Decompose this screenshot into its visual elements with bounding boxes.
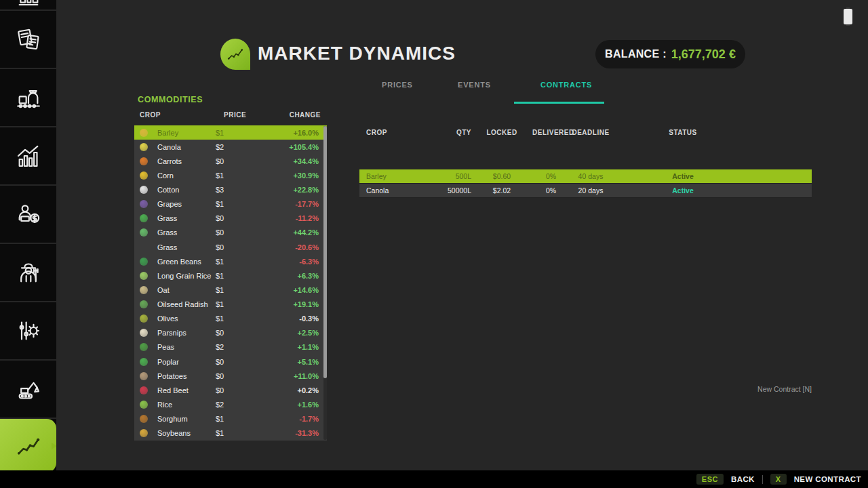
sidebar-item-farmer[interactable] <box>0 244 56 302</box>
tab-prices[interactable]: PRICES <box>382 81 413 89</box>
crop-name: Oilseed Radish <box>157 300 216 308</box>
crop-price: $0 <box>216 329 270 337</box>
commodity-row[interactable]: Carrots$0+34.4% <box>134 154 327 168</box>
crop-change: +5.1% <box>270 358 327 366</box>
crop-name: Soybeans <box>157 429 216 437</box>
crop-price: $0 <box>216 228 270 237</box>
contract-row[interactable]: Canola50000L$2.020%20 daysActive <box>359 184 812 198</box>
crop-price: $1 <box>216 258 270 266</box>
crop-price: $1 <box>216 129 270 137</box>
soybeans-icon <box>140 429 148 437</box>
crop-name: Olives <box>157 314 216 323</box>
tab-events[interactable]: EVENTS <box>458 81 491 89</box>
sidebar-item-production[interactable] <box>0 69 56 127</box>
commodity-row[interactable]: Oilseed Radish$1+19.1% <box>134 298 327 312</box>
crop-name: Long Grain Rice <box>157 272 216 280</box>
crop-name: Rice <box>157 401 216 409</box>
app-logo <box>220 39 250 70</box>
sidebar-item-excavator[interactable] <box>0 361 56 419</box>
crop-change: -1.7% <box>270 415 327 423</box>
column-change: CHANGE <box>290 111 321 119</box>
commodity-row[interactable]: Grass$0-11.2% <box>134 211 327 226</box>
long-grain-rice-icon <box>140 272 148 280</box>
commodity-row[interactable]: Barley$1+16.0% <box>134 125 327 140</box>
new-contract-button[interactable]: NEW CONTRACT <box>794 475 861 483</box>
contract-qty: 500L <box>434 172 471 180</box>
sidebar-item-sales[interactable] <box>0 186 56 244</box>
sidebar-item-statistics[interactable] <box>0 127 56 186</box>
farmer-sales-icon <box>14 200 43 228</box>
column-delivered: DELIVERED <box>532 129 570 136</box>
contract-locked: $2.02 <box>471 186 532 195</box>
balance-pill: BALANCE : 1,677,702 € <box>595 40 745 68</box>
crop-price: $0 <box>216 214 270 222</box>
oat-icon <box>140 286 148 294</box>
red-beet-icon <box>140 386 148 394</box>
crop-price: $2 <box>216 343 270 351</box>
sidebar-item-contracts[interactable] <box>0 11 56 69</box>
commodity-row[interactable]: Poplar$0+5.1% <box>134 354 327 369</box>
contract-status: Active <box>612 186 754 195</box>
commodity-row[interactable]: Cotton$3+22.8% <box>134 183 327 197</box>
commodity-row[interactable]: Sorghum$1-1.7% <box>134 412 327 426</box>
esc-key-badge[interactable]: ESC <box>696 474 724 485</box>
sidebar-item-settings[interactable] <box>0 302 56 361</box>
tab-contracts[interactable]: CONTRACTS <box>540 81 592 89</box>
sorghum-icon <box>140 415 148 423</box>
sidebar-item-market-dynamics[interactable] <box>0 419 56 472</box>
commodity-row[interactable]: Soybeans$1-31.3% <box>134 426 327 441</box>
balance-value: 1,677,702 € <box>671 47 736 62</box>
crop-change: +19.1% <box>270 300 327 308</box>
commodity-row[interactable]: Parsnips$0+2.5% <box>134 326 327 340</box>
column-status: STATUS <box>612 129 754 136</box>
commodity-row[interactable]: Potatoes$0+11.0% <box>134 369 327 383</box>
crop-name: Grapes <box>157 200 216 208</box>
crop-change: -11.2% <box>270 214 327 222</box>
crop-change: +30.9% <box>270 171 327 180</box>
commodity-row[interactable]: Red Beet$0+0.2% <box>134 383 327 397</box>
crop-price: $1 <box>216 415 270 423</box>
commodity-row[interactable]: Grapes$1-17.7% <box>134 197 327 211</box>
crop-change: +14.6% <box>270 286 327 294</box>
crop-change: +1.6% <box>270 401 327 409</box>
carrots-icon <box>140 157 148 165</box>
contracts-table-header: CROP QTY LOCKED DELIVERED DEADLINE STATU… <box>359 127 812 137</box>
commodity-row[interactable]: Grass$0-20.6% <box>134 240 327 254</box>
crop-name: Parsnips <box>157 329 216 337</box>
crop-change: +105.4% <box>270 143 327 151</box>
rice-icon <box>140 401 148 409</box>
commodity-row[interactable]: Green Beans$1-6.3% <box>134 254 327 268</box>
peas-icon <box>140 343 148 351</box>
commodity-row[interactable]: Olives$1-0.3% <box>134 312 327 326</box>
x-key-badge[interactable]: X <box>770 474 787 485</box>
commodity-row[interactable]: Long Grain Rice$1+6.3% <box>134 268 327 283</box>
commodity-row[interactable]: Corn$1+30.9% <box>134 168 327 182</box>
contract-status: Active <box>612 172 754 180</box>
sidebar-item-top-partial[interactable] <box>0 0 56 11</box>
scrollbar-thumb[interactable] <box>323 126 327 378</box>
page-title: MARKET DYNAMICS <box>258 43 456 64</box>
crop-change: +44.2% <box>270 228 327 237</box>
commodity-row[interactable]: Rice$2+1.6% <box>134 397 327 411</box>
contract-qty: 50000L <box>434 186 471 195</box>
commodity-row[interactable]: Peas$2+1.1% <box>134 340 327 354</box>
trend-line-icon <box>225 45 245 63</box>
commodities-scrollbar[interactable] <box>323 126 327 440</box>
contract-row[interactable]: Barley500L$0.600%40 daysActive <box>359 169 812 184</box>
commodity-row[interactable]: Grass$0+44.2% <box>134 226 327 240</box>
crop-price: $0 <box>216 358 270 366</box>
crop-price: $1 <box>216 314 270 323</box>
column-price: PRICE <box>224 111 246 119</box>
crop-price: $3 <box>216 186 270 194</box>
crop-price: $2 <box>216 143 270 151</box>
back-button[interactable]: BACK <box>731 475 755 483</box>
crop-change: +11.0% <box>270 372 327 380</box>
crop-name: Corn <box>157 171 216 180</box>
commodity-row[interactable]: Canola$2+105.4% <box>134 140 327 154</box>
grass-icon <box>140 214 148 222</box>
no-icon <box>140 243 148 251</box>
commodity-row[interactable]: Oat$1+14.6% <box>134 283 327 297</box>
crop-name: Red Beet <box>157 386 216 394</box>
contract-deadline: 20 days <box>570 186 612 195</box>
parsnips-icon <box>140 329 148 337</box>
